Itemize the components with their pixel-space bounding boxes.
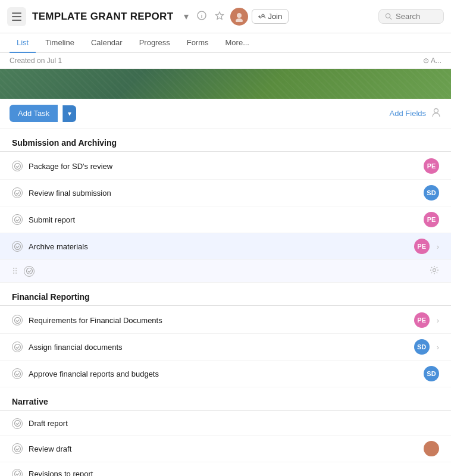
- svg-point-19: [14, 371, 20, 377]
- svg-point-11: [14, 163, 20, 169]
- task-check[interactable]: [12, 187, 23, 198]
- tab-more[interactable]: More...: [218, 33, 256, 53]
- sidebar-toggle-icon[interactable]: [7, 7, 26, 26]
- task-label: Draft report: [29, 419, 439, 428]
- main-content: Add Task ▾ Add Fields Submission and Arc…: [0, 99, 451, 476]
- task-row[interactable]: Requirements for Financial Documents PE …: [0, 307, 451, 334]
- task-row[interactable]: Assign financial documents SD ›: [0, 334, 451, 361]
- task-row[interactable]: Draft report: [0, 412, 451, 436]
- svg-point-21: [14, 446, 20, 452]
- search-box[interactable]: [378, 9, 444, 24]
- svg-point-14: [14, 243, 20, 249]
- subheader: Created on Jul 1 ⊙ A...: [0, 53, 451, 69]
- svg-rect-0: [12, 12, 21, 14]
- info-button[interactable]: i: [195, 10, 209, 24]
- add-fields-button[interactable]: Add Fields: [390, 109, 426, 118]
- svg-point-23: [427, 451, 436, 456]
- task-row-archive[interactable]: Archive materials PE ›: [0, 233, 451, 260]
- svg-point-20: [14, 421, 20, 427]
- section-financial-reporting: Financial Reporting: [0, 283, 451, 306]
- task-check[interactable]: [12, 161, 23, 171]
- toolbar: Add Task ▾ Add Fields: [0, 99, 451, 129]
- tab-forms[interactable]: Forms: [180, 33, 216, 53]
- svg-point-7: [236, 18, 243, 22]
- task-avatar: PE: [424, 212, 439, 227]
- task-row[interactable]: Package for SD's review PE: [0, 153, 451, 180]
- page-title: TEMPLATE GRANT REPORT: [32, 11, 173, 23]
- header-actions: ▾ i Join: [181, 8, 289, 26]
- task-avatar: PE: [414, 239, 430, 254]
- tab-timeline[interactable]: Timeline: [38, 33, 82, 53]
- chevron-right-icon: ›: [437, 242, 439, 251]
- drag-handle-icon[interactable]: ⠿: [12, 267, 18, 276]
- task-check[interactable]: [12, 443, 23, 454]
- tab-progress[interactable]: Progress: [132, 33, 177, 53]
- task-check[interactable]: [12, 368, 23, 379]
- task-label: Approve financial reports and budgets: [29, 369, 418, 378]
- task-label: Package for SD's review: [29, 162, 418, 171]
- task-row[interactable]: Approve financial reports and budgets SD: [0, 361, 451, 387]
- star-button[interactable]: [212, 10, 227, 24]
- task-label: Requirements for Financial Documents: [29, 316, 408, 325]
- add-task-dropdown-button[interactable]: ▾: [62, 105, 76, 122]
- task-check[interactable]: [12, 241, 23, 252]
- section-narrative: Narrative: [0, 387, 451, 411]
- gear-icon[interactable]: [430, 265, 439, 277]
- task-avatar: SD: [424, 185, 439, 201]
- svg-point-16: [433, 269, 436, 272]
- svg-point-10: [434, 109, 439, 113]
- nav-tabs: List Timeline Calendar Progress Forms Mo…: [0, 33, 451, 53]
- svg-point-15: [26, 268, 32, 274]
- task-row[interactable]: Submit report PE: [0, 206, 451, 233]
- task-label: Assign financial documents: [29, 343, 408, 352]
- svg-point-6: [237, 13, 242, 18]
- task-avatar: SD: [424, 366, 439, 381]
- chevron-right-icon: ›: [437, 316, 439, 325]
- svg-point-18: [14, 344, 20, 350]
- tab-calendar[interactable]: Calendar: [84, 33, 130, 53]
- created-date: Created on Jul 1: [10, 57, 62, 65]
- empty-task-row: ⠿: [0, 260, 451, 283]
- svg-point-22: [428, 444, 434, 450]
- task-check[interactable]: [12, 342, 23, 352]
- svg-marker-5: [216, 12, 224, 20]
- task-row[interactable]: Review final submission SD: [0, 180, 451, 206]
- view-options[interactable]: ⊙ A...: [423, 57, 441, 65]
- svg-rect-1: [12, 16, 21, 17]
- dropdown-button[interactable]: ▾: [181, 10, 191, 23]
- svg-line-9: [390, 18, 392, 20]
- tab-list[interactable]: List: [10, 33, 36, 53]
- app-header: TEMPLATE GRANT REPORT ▾ i Join: [0, 0, 451, 33]
- assign-icon[interactable]: [431, 107, 441, 120]
- task-avatar: PE: [414, 312, 430, 328]
- task-check-empty[interactable]: [24, 266, 35, 277]
- task-check[interactable]: [12, 214, 23, 225]
- chevron-right-icon: ›: [437, 343, 439, 352]
- svg-point-13: [14, 217, 20, 223]
- task-row[interactable]: Revisions to report: [0, 462, 451, 476]
- task-avatar: PE: [424, 158, 439, 174]
- add-task-button[interactable]: Add Task: [10, 105, 58, 122]
- svg-point-12: [14, 190, 20, 196]
- svg-text:i: i: [201, 13, 203, 19]
- task-check[interactable]: [12, 315, 23, 325]
- task-label: Archive materials: [29, 242, 408, 251]
- task-label: Submit report: [29, 215, 418, 224]
- svg-point-17: [14, 317, 20, 323]
- task-avatar: SD: [414, 339, 430, 355]
- join-button[interactable]: Join: [252, 9, 289, 24]
- svg-point-8: [386, 14, 390, 18]
- svg-rect-2: [12, 20, 21, 21]
- task-row[interactable]: Review draft: [0, 436, 451, 462]
- section-submission-archiving: Submission and Archiving: [0, 129, 451, 152]
- task-check[interactable]: [12, 469, 23, 477]
- search-input[interactable]: [396, 12, 437, 21]
- task-label: Review final submission: [29, 189, 418, 198]
- search-icon: [385, 12, 392, 20]
- task-check[interactable]: [12, 418, 23, 429]
- user-avatar[interactable]: [230, 8, 248, 26]
- toolbar-right: Add Fields: [390, 107, 441, 120]
- banner-image: [0, 69, 451, 99]
- task-label: Revisions to report: [29, 469, 439, 476]
- task-avatar-photo: [424, 441, 439, 456]
